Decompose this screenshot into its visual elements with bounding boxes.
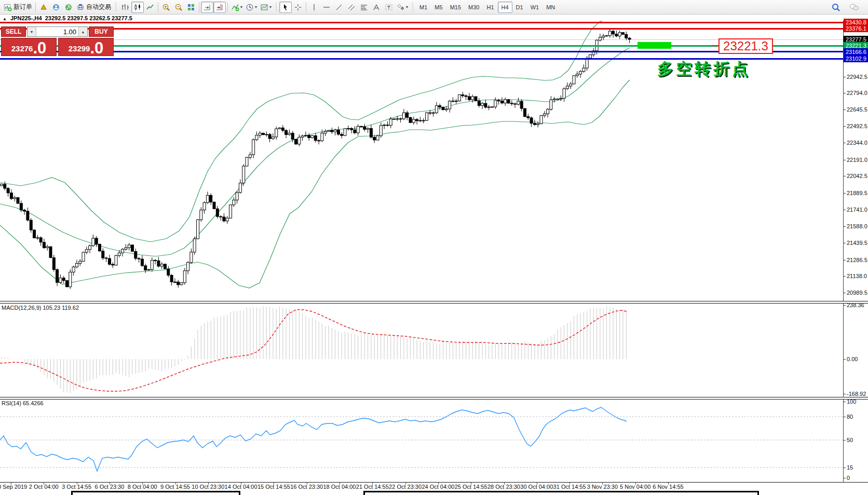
candlestick-chart-button[interactable]: [131, 2, 144, 13]
price-tick-mark: [843, 210, 846, 210]
price-tick-label: 22344.0: [847, 140, 867, 146]
timeframe-W1[interactable]: W1: [527, 2, 543, 13]
signals-icon: [64, 3, 73, 11]
toolbar-separator: [306, 2, 306, 12]
pane-separator[interactable]: [0, 397, 868, 400]
timeframe-M30[interactable]: M30: [465, 2, 483, 13]
date-tick: [537, 483, 537, 485]
trendline-button[interactable]: [333, 2, 345, 13]
highlight-rectangle[interactable]: [638, 42, 671, 49]
timeframe-M5[interactable]: M5: [431, 2, 446, 13]
mql5-community-button[interactable]: [50, 2, 62, 13]
autotrade-button[interactable]: 自动交易: [75, 2, 113, 13]
sell-price-panel[interactable]: 23276.0: [1, 38, 57, 56]
macd-pane[interactable]: [0, 303, 843, 397]
rsi-tick-mark: [843, 478, 846, 478]
date-tick: [602, 483, 603, 485]
text-button[interactable]: [370, 2, 383, 13]
date-tick: [44, 483, 44, 485]
volume-up-button[interactable]: ▲: [78, 27, 87, 36]
price-level-line[interactable]: [0, 22, 843, 23]
macd-tick-mark: [843, 359, 846, 360]
date-tick: [340, 483, 340, 485]
sell-button[interactable]: SELL: [1, 26, 26, 37]
price-tick-mark: [843, 93, 846, 93]
channel-button[interactable]: [345, 2, 358, 13]
date-tick: [372, 483, 373, 485]
timeframe-M1[interactable]: M1: [416, 2, 431, 13]
indicators-button[interactable]: ▾: [229, 2, 244, 13]
crosshair-button[interactable]: [292, 2, 304, 13]
buy-price-panel[interactable]: 23299.0: [58, 38, 114, 56]
cursor-button[interactable]: [279, 2, 292, 13]
periods-button[interactable]: ▾: [244, 2, 259, 13]
toolbar-separator: [158, 2, 158, 12]
volume-stepper: ▼ 1.00 ▲: [27, 26, 88, 37]
buy-button[interactable]: BUY: [89, 26, 114, 37]
new-order-button[interactable]: 新订单: [2, 2, 34, 13]
toolbar-handle: [411, 3, 414, 12]
price-tick-mark: [843, 243, 846, 243]
bar-chart-button[interactable]: [119, 2, 131, 13]
price-tick-mark: [843, 293, 846, 293]
zoom-in-icon: [162, 3, 170, 11]
price-level-line[interactable]: [0, 39, 843, 40]
signals-button[interactable]: [62, 2, 75, 13]
price-tick-label: 22794.0: [847, 90, 867, 96]
date-tick: [668, 483, 669, 485]
line-chart-button[interactable]: [144, 2, 156, 13]
autotrade-label: 自动交易: [86, 3, 111, 11]
price-callout-box[interactable]: 23221.3: [718, 38, 773, 54]
rsi-tick-label: 50: [847, 437, 853, 443]
price-level-line[interactable]: [0, 51, 843, 52]
price-level-line[interactable]: [0, 28, 843, 30]
date-tick: [569, 483, 570, 485]
price-tick-label: 21439.5: [847, 240, 867, 246]
date-tick: [635, 483, 636, 485]
timeframe-H4[interactable]: H4: [498, 2, 512, 13]
price-tick-label: 21286.5: [847, 257, 867, 263]
price-tick-mark: [843, 126, 846, 127]
one-click-trading-panel: SELL ▼ 1.00 ▲ BUY 23276.0 23299.0: [1, 26, 114, 56]
date-tick: [504, 483, 505, 485]
rsi-pane[interactable]: [0, 399, 843, 482]
dropdown-caret: ▾: [255, 5, 257, 9]
search-button[interactable]: [830, 2, 842, 13]
timeframe-MN[interactable]: MN: [542, 2, 559, 13]
price-tick-mark: [843, 226, 846, 227]
collapse-panel-icon[interactable]: ▲: [3, 17, 7, 21]
price-tag: 23376.1: [844, 25, 868, 32]
volume-down-button[interactable]: ▼: [28, 27, 36, 36]
timeframe-H1[interactable]: H1: [483, 2, 497, 13]
price-tick-mark: [843, 193, 846, 194]
zoom-out-icon: [174, 3, 183, 11]
chart-shift-button[interactable]: [213, 2, 226, 13]
sell-price-pips: .0: [33, 40, 46, 56]
autotrade-robot-icon: [76, 3, 85, 11]
price-tick-label: 22042.5: [847, 173, 867, 179]
macd-header: MACD(12,26,9) 105.23 119.62: [2, 305, 79, 311]
shapes-button[interactable]: ▾: [395, 2, 410, 13]
market-depth-button[interactable]: [37, 2, 50, 13]
templates-button[interactable]: ▾: [259, 2, 273, 13]
zoom-in-button[interactable]: [160, 2, 172, 13]
timeframe-D1[interactable]: D1: [512, 2, 527, 13]
shapes-icon: [397, 3, 405, 11]
zoom-out-button[interactable]: [172, 2, 185, 13]
tile-windows-button[interactable]: [185, 2, 197, 13]
autoscroll-button[interactable]: [201, 2, 213, 13]
horizontal-line-button[interactable]: [320, 2, 333, 13]
timeframe-M15[interactable]: M15: [446, 2, 465, 13]
gold-badge-icon: [39, 3, 48, 11]
chat-button[interactable]: [847, 2, 861, 13]
volume-value[interactable]: 1.00: [36, 27, 78, 36]
price-axis-border: [843, 21, 844, 483]
pane-separator[interactable]: [0, 301, 868, 304]
vertical-line-button[interactable]: [308, 2, 320, 13]
chinese-annotation[interactable]: 多空转折点: [657, 58, 751, 80]
fibonacci-button[interactable]: [358, 2, 370, 13]
toolbar-separator: [35, 2, 36, 12]
macd-tick-label: 238.36: [847, 302, 864, 308]
text-label-button[interactable]: [383, 2, 395, 13]
dropdown-caret: ▾: [240, 5, 242, 9]
